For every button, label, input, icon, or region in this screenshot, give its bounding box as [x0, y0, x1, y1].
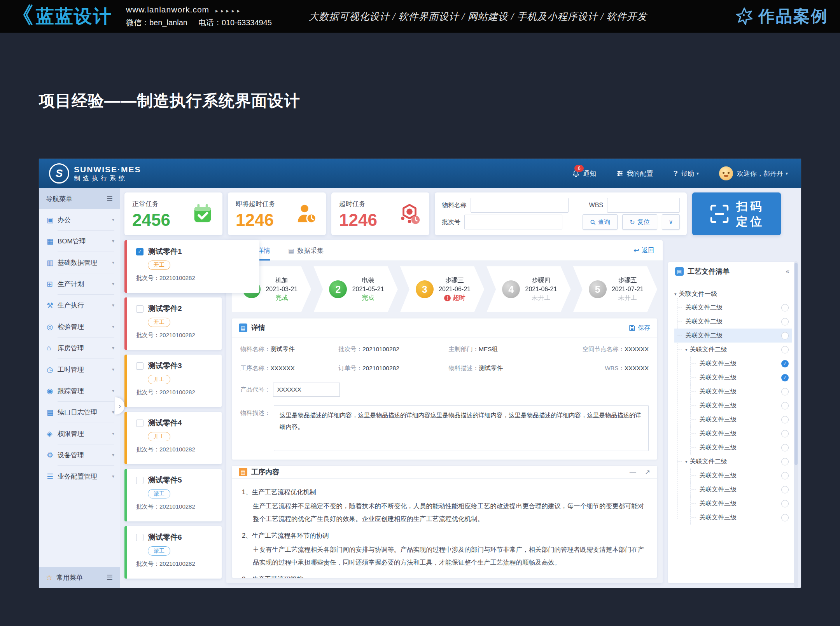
tree-node-level1[interactable]: ▾ 关联文件一级 — [674, 287, 792, 301]
tree-node-level2[interactable]: ▾关联文件二级 — [674, 455, 792, 469]
radio-button[interactable] — [781, 514, 789, 521]
sidebar-item-tracking[interactable]: ◉跟踪管理▾ — [39, 380, 120, 401]
due-soon-task-count: 1246 — [236, 212, 275, 229]
process-item-body: 生产工艺流程并不是稳定不变的，随着技术的不断变化，人员的能动性能相应给工艺的改进… — [253, 500, 647, 525]
radio-button[interactable] — [781, 500, 789, 507]
tree-node-level3[interactable]: 关联文件三级 — [674, 469, 792, 483]
radio-button[interactable] — [781, 402, 789, 409]
radio-button[interactable] — [781, 416, 789, 423]
minimize-icon[interactable]: — — [630, 468, 636, 476]
help-button[interactable]: ? 帮助 ▾ — [673, 169, 699, 178]
process-item-body: 主要有生产工艺流程相关各部门间的安排与协调等。产品实现的过程中涉及的部门与环节非… — [253, 543, 647, 569]
radio-button[interactable] — [781, 444, 789, 451]
detail-icon: ▤ — [239, 323, 247, 332]
sidebar-item-inspection[interactable]: ◎检验管理▾ — [39, 316, 120, 337]
sidebar-item-bom[interactable]: ▦BOM管理▾ — [39, 231, 120, 252]
tree-node-level3[interactable]: 关联文件三级✓ — [674, 371, 792, 385]
page-title: 项目经验——制造执行系统界面设计 — [39, 90, 300, 112]
scrollbar[interactable] — [794, 261, 798, 588]
reset-button[interactable]: ↻ 复位 — [622, 214, 657, 230]
gear-icon: ⚙ — [47, 451, 58, 460]
tree-node-level3[interactable]: 关联文件三级 — [674, 413, 792, 427]
part-checkbox[interactable] — [136, 477, 144, 484]
tree-node-level3[interactable]: 关联文件三级 — [674, 511, 792, 525]
collapse-panel-icon[interactable]: « — [786, 268, 789, 275]
tree-node-level3[interactable]: 关联文件三级 — [674, 385, 792, 399]
part-card-1[interactable]: ✓测试零件1 开工 批次号：20210100282 — [124, 240, 259, 293]
tree-node-level3[interactable]: 关联文件三级 — [674, 497, 792, 511]
material-desc-textarea[interactable]: 这里是物品描述的详细内容，这里是物品描述的详细内容这里是物品描述的详细内容，这里… — [274, 405, 649, 451]
save-icon — [629, 325, 635, 331]
cases-label: 作品案例 — [758, 5, 828, 27]
expand-filters-button[interactable]: ∨ — [662, 214, 680, 230]
user-menu[interactable]: 欢迎你，郝丹丹 ▾ — [719, 166, 788, 180]
part-card-3[interactable]: 测试零件3 开工 批次号：20210100282 — [124, 355, 222, 407]
tab-data-collection[interactable]: ▤ 数据采集 — [288, 240, 324, 261]
normal-task-count: 2456 — [132, 212, 170, 229]
radio-button[interactable] — [781, 304, 789, 311]
tree-node-level2-selected[interactable]: 关联文件二级 — [674, 329, 792, 343]
sidebar-item-office[interactable]: ▣办公▾ — [39, 209, 120, 230]
part-checkbox[interactable] — [136, 420, 144, 427]
batch-number: 批次号：20210100282 — [136, 503, 217, 511]
part-checkbox[interactable] — [136, 305, 144, 313]
document-icon: ▤ — [288, 247, 294, 254]
sidebar-item-business-config[interactable]: ☰业务配置管理▾ — [39, 466, 120, 487]
save-button[interactable]: 保存 — [629, 324, 650, 332]
tree-node-level2[interactable]: 关联文件二级 — [674, 301, 792, 315]
product-code-input[interactable]: XXXXXX — [273, 383, 340, 397]
tree-node-level3[interactable]: 关联文件三级 — [674, 441, 792, 455]
radio-button[interactable] — [781, 430, 789, 437]
sidebar-item-production-exec[interactable]: ⚒生产执行▾ — [39, 295, 120, 316]
material-name-input[interactable] — [471, 198, 569, 213]
sidebar-item-warehouse[interactable]: ⌂库房管理▾ — [39, 337, 120, 358]
part-card-2[interactable]: 测试零件2 开工 批次号：20210100282 — [124, 297, 222, 350]
sidebar-item-interface-log[interactable]: ▤续口日志管理▾ — [39, 402, 120, 423]
sidebar-item-basic-data[interactable]: ▥基础数据管理▾ — [39, 252, 120, 273]
part-checkbox[interactable]: ✓ — [136, 248, 144, 255]
expand-icon[interactable]: ↗ — [645, 468, 650, 476]
part-card-4[interactable]: 测试零件4 开工 批次号：20210100282 — [124, 412, 222, 464]
part-card-5[interactable]: 测试零件5 派工 批次号：20210100282 — [124, 469, 222, 521]
sidebar-item-permissions[interactable]: ◈权限管理▾ — [39, 423, 120, 444]
tree-node-level3[interactable]: 关联文件三级 — [674, 483, 792, 497]
scrollbar-thumb[interactable] — [794, 263, 798, 465]
my-config-button[interactable]: 我的配置 — [616, 169, 653, 178]
back-button[interactable]: ↩ 返回 — [634, 246, 654, 255]
query-button[interactable]: 查询 — [583, 214, 618, 230]
tree-node-level3[interactable]: 关联文件三级 — [674, 399, 792, 413]
wbs-input[interactable] — [607, 198, 680, 213]
part-card-6[interactable]: 测试零件6 派工 批次号：20210100282 — [124, 526, 222, 579]
tree-node-level3[interactable]: 关联文件三级 — [674, 427, 792, 441]
radio-button[interactable] — [781, 318, 789, 325]
part-checkbox[interactable] — [136, 534, 144, 541]
radio-button[interactable] — [781, 486, 789, 493]
cases-link[interactable]: 作品案例 — [734, 5, 828, 27]
tab-bar: ▤ 订单详情 ▤ 数据采集 ↩ 返回 — [226, 240, 663, 261]
part-checkbox[interactable] — [136, 362, 144, 370]
radio-checked[interactable]: ✓ — [781, 374, 789, 381]
sidebar-item-equipment[interactable]: ⚙设备管理▾ — [39, 444, 120, 465]
tree-node-level2[interactable]: 关联文件二级 — [674, 315, 792, 329]
batch-no-input[interactable] — [464, 215, 562, 229]
radio-button[interactable] — [781, 472, 789, 479]
sidebar-item-work-hours[interactable]: ◷工时管理▾ — [39, 359, 120, 380]
radio-button[interactable] — [781, 332, 789, 339]
chevron-down-icon: ▾ — [112, 281, 114, 287]
sidebar-item-production-plan[interactable]: ⊞生产计划▾ — [39, 273, 120, 294]
notifications-button[interactable]: 6 通知 — [572, 169, 596, 178]
radio-button[interactable] — [781, 458, 789, 465]
collapse-menu-icon[interactable]: ☰ — [107, 194, 113, 203]
tree-node-level3[interactable]: 关联文件三级✓ — [674, 357, 792, 371]
radio-button[interactable] — [781, 388, 789, 395]
chevron-down-icon: ▾ — [112, 238, 114, 244]
tree-node-level2[interactable]: ▾关联文件二级 — [674, 343, 792, 357]
radio-checked[interactable]: ✓ — [781, 360, 789, 367]
site-url: www.lanlanwork.com — [126, 5, 209, 14]
step-number: 3 — [416, 280, 434, 298]
scan-locate-button[interactable]: 扫码 定位 — [692, 192, 781, 235]
portfolio-topbar: 《 蓝蓝设计 www.lanlanwork.com►►►►► 微信：ben_la… — [0, 0, 840, 33]
avatar — [719, 166, 733, 180]
sidebar-favorites-bar[interactable]: ☆ 常用菜单 ☰ — [39, 567, 120, 588]
radio-button[interactable] — [781, 346, 789, 353]
